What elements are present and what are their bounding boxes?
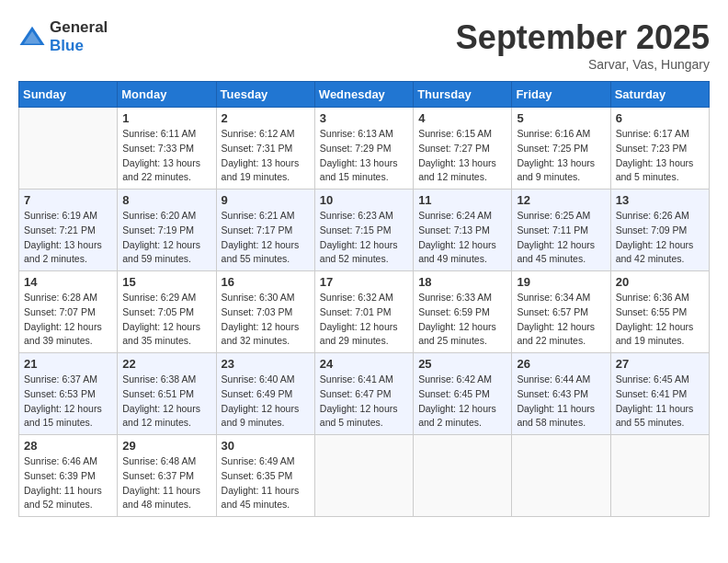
logo-general: General bbox=[50, 18, 108, 37]
day-info: Sunrise: 6:15 AM Sunset: 7:27 PM Dayligh… bbox=[418, 127, 506, 185]
day-number: 15 bbox=[122, 275, 210, 289]
calendar-cell: 17Sunrise: 6:32 AM Sunset: 7:01 PM Dayli… bbox=[314, 271, 413, 353]
day-number: 3 bbox=[320, 111, 408, 125]
weekday-header: Friday bbox=[512, 82, 610, 108]
day-info: Sunrise: 6:46 AM Sunset: 6:39 PM Dayligh… bbox=[24, 454, 112, 512]
day-info: Sunrise: 6:28 AM Sunset: 7:07 PM Dayligh… bbox=[24, 291, 112, 349]
day-number: 30 bbox=[222, 439, 310, 453]
logo-blue: Blue bbox=[50, 37, 108, 55]
day-info: Sunrise: 6:16 AM Sunset: 7:25 PM Dayligh… bbox=[517, 127, 605, 185]
day-info: Sunrise: 6:45 AM Sunset: 6:41 PM Dayligh… bbox=[616, 373, 704, 431]
page-header: General Blue September 2025 Sarvar, Vas,… bbox=[18, 18, 710, 72]
calendar-cell: 9Sunrise: 6:21 AM Sunset: 7:17 PM Daylig… bbox=[216, 190, 314, 271]
day-number: 18 bbox=[418, 275, 506, 289]
day-number: 22 bbox=[122, 357, 210, 371]
calendar-cell: 10Sunrise: 6:23 AM Sunset: 7:15 PM Dayli… bbox=[314, 190, 413, 271]
day-info: Sunrise: 6:44 AM Sunset: 6:43 PM Dayligh… bbox=[517, 373, 605, 431]
calendar-cell bbox=[414, 435, 512, 517]
logo: General Blue bbox=[18, 18, 108, 56]
day-number: 2 bbox=[222, 111, 310, 125]
day-info: Sunrise: 6:25 AM Sunset: 7:11 PM Dayligh… bbox=[517, 209, 605, 267]
calendar-cell: 13Sunrise: 6:26 AM Sunset: 7:09 PM Dayli… bbox=[610, 190, 709, 271]
calendar-cell: 5Sunrise: 6:16 AM Sunset: 7:25 PM Daylig… bbox=[512, 108, 610, 190]
day-info: Sunrise: 6:20 AM Sunset: 7:19 PM Dayligh… bbox=[122, 209, 210, 267]
calendar-cell: 22Sunrise: 6:38 AM Sunset: 6:51 PM Dayli… bbox=[118, 353, 216, 435]
day-number: 26 bbox=[517, 357, 605, 371]
calendar-cell bbox=[314, 435, 413, 517]
calendar-cell bbox=[19, 108, 118, 190]
calendar-cell: 3Sunrise: 6:13 AM Sunset: 7:29 PM Daylig… bbox=[314, 108, 413, 190]
day-number: 8 bbox=[122, 193, 210, 207]
day-number: 20 bbox=[616, 275, 704, 289]
calendar-cell: 30Sunrise: 6:49 AM Sunset: 6:35 PM Dayli… bbox=[216, 435, 314, 517]
weekday-header: Thursday bbox=[414, 82, 512, 108]
calendar-cell: 4Sunrise: 6:15 AM Sunset: 7:27 PM Daylig… bbox=[414, 108, 512, 190]
calendar-cell: 6Sunrise: 6:17 AM Sunset: 7:23 PM Daylig… bbox=[610, 108, 709, 190]
day-info: Sunrise: 6:37 AM Sunset: 6:53 PM Dayligh… bbox=[24, 373, 112, 431]
day-info: Sunrise: 6:17 AM Sunset: 7:23 PM Dayligh… bbox=[616, 127, 704, 185]
day-number: 10 bbox=[320, 193, 408, 207]
calendar-cell: 14Sunrise: 6:28 AM Sunset: 7:07 PM Dayli… bbox=[19, 271, 118, 353]
day-number: 16 bbox=[222, 275, 310, 289]
day-number: 7 bbox=[24, 193, 112, 207]
day-number: 24 bbox=[320, 357, 408, 371]
calendar-cell: 23Sunrise: 6:40 AM Sunset: 6:49 PM Dayli… bbox=[216, 353, 314, 435]
day-number: 4 bbox=[418, 111, 506, 125]
weekday-header: Tuesday bbox=[216, 82, 314, 108]
day-number: 11 bbox=[418, 193, 506, 207]
day-info: Sunrise: 6:23 AM Sunset: 7:15 PM Dayligh… bbox=[320, 209, 408, 267]
day-info: Sunrise: 6:38 AM Sunset: 6:51 PM Dayligh… bbox=[122, 373, 210, 431]
day-info: Sunrise: 6:32 AM Sunset: 7:01 PM Dayligh… bbox=[320, 291, 408, 349]
calendar-cell: 28Sunrise: 6:46 AM Sunset: 6:39 PM Dayli… bbox=[19, 435, 118, 517]
calendar-cell: 19Sunrise: 6:34 AM Sunset: 6:57 PM Dayli… bbox=[512, 271, 610, 353]
day-number: 12 bbox=[517, 193, 605, 207]
logo-text: General Blue bbox=[50, 18, 108, 56]
day-number: 28 bbox=[24, 439, 112, 453]
day-info: Sunrise: 6:48 AM Sunset: 6:37 PM Dayligh… bbox=[122, 454, 210, 512]
calendar: SundayMondayTuesdayWednesdayThursdayFrid… bbox=[18, 81, 710, 517]
day-info: Sunrise: 6:13 AM Sunset: 7:29 PM Dayligh… bbox=[320, 127, 408, 185]
day-info: Sunrise: 6:34 AM Sunset: 6:57 PM Dayligh… bbox=[517, 291, 605, 349]
weekday-header: Saturday bbox=[610, 82, 709, 108]
day-number: 14 bbox=[24, 275, 112, 289]
day-info: Sunrise: 6:24 AM Sunset: 7:13 PM Dayligh… bbox=[418, 209, 506, 267]
month-title: September 2025 bbox=[456, 18, 710, 57]
calendar-cell: 21Sunrise: 6:37 AM Sunset: 6:53 PM Dayli… bbox=[19, 353, 118, 435]
calendar-cell: 27Sunrise: 6:45 AM Sunset: 6:41 PM Dayli… bbox=[610, 353, 709, 435]
day-number: 5 bbox=[517, 111, 605, 125]
calendar-cell: 2Sunrise: 6:12 AM Sunset: 7:31 PM Daylig… bbox=[216, 108, 314, 190]
day-info: Sunrise: 6:33 AM Sunset: 6:59 PM Dayligh… bbox=[418, 291, 506, 349]
day-info: Sunrise: 6:42 AM Sunset: 6:45 PM Dayligh… bbox=[418, 373, 506, 431]
day-number: 17 bbox=[320, 275, 408, 289]
calendar-cell bbox=[610, 435, 709, 517]
day-number: 13 bbox=[616, 193, 704, 207]
calendar-cell: 12Sunrise: 6:25 AM Sunset: 7:11 PM Dayli… bbox=[512, 190, 610, 271]
calendar-cell: 25Sunrise: 6:42 AM Sunset: 6:45 PM Dayli… bbox=[414, 353, 512, 435]
calendar-week-row: 7Sunrise: 6:19 AM Sunset: 7:21 PM Daylig… bbox=[19, 190, 710, 271]
day-number: 23 bbox=[222, 357, 310, 371]
day-number: 21 bbox=[24, 357, 112, 371]
day-info: Sunrise: 6:36 AM Sunset: 6:55 PM Dayligh… bbox=[616, 291, 704, 349]
title-block: September 2025 Sarvar, Vas, Hungary bbox=[456, 18, 710, 72]
calendar-cell: 16Sunrise: 6:30 AM Sunset: 7:03 PM Dayli… bbox=[216, 271, 314, 353]
calendar-cell: 24Sunrise: 6:41 AM Sunset: 6:47 PM Dayli… bbox=[314, 353, 413, 435]
calendar-week-row: 21Sunrise: 6:37 AM Sunset: 6:53 PM Dayli… bbox=[19, 353, 710, 435]
calendar-week-row: 1Sunrise: 6:11 AM Sunset: 7:33 PM Daylig… bbox=[19, 108, 710, 190]
day-number: 19 bbox=[517, 275, 605, 289]
weekday-header: Sunday bbox=[19, 82, 118, 108]
calendar-cell: 26Sunrise: 6:44 AM Sunset: 6:43 PM Dayli… bbox=[512, 353, 610, 435]
day-info: Sunrise: 6:40 AM Sunset: 6:49 PM Dayligh… bbox=[222, 373, 310, 431]
calendar-cell: 8Sunrise: 6:20 AM Sunset: 7:19 PM Daylig… bbox=[118, 190, 216, 271]
location: Sarvar, Vas, Hungary bbox=[456, 57, 710, 72]
day-info: Sunrise: 6:26 AM Sunset: 7:09 PM Dayligh… bbox=[616, 209, 704, 267]
weekday-header: Wednesday bbox=[314, 82, 413, 108]
day-info: Sunrise: 6:49 AM Sunset: 6:35 PM Dayligh… bbox=[222, 454, 310, 512]
calendar-cell bbox=[512, 435, 610, 517]
calendar-week-row: 28Sunrise: 6:46 AM Sunset: 6:39 PM Dayli… bbox=[19, 435, 710, 517]
day-number: 29 bbox=[122, 439, 210, 453]
day-number: 27 bbox=[616, 357, 704, 371]
calendar-header-row: SundayMondayTuesdayWednesdayThursdayFrid… bbox=[19, 82, 710, 108]
calendar-week-row: 14Sunrise: 6:28 AM Sunset: 7:07 PM Dayli… bbox=[19, 271, 710, 353]
calendar-cell: 20Sunrise: 6:36 AM Sunset: 6:55 PM Dayli… bbox=[610, 271, 709, 353]
day-info: Sunrise: 6:21 AM Sunset: 7:17 PM Dayligh… bbox=[222, 209, 310, 267]
